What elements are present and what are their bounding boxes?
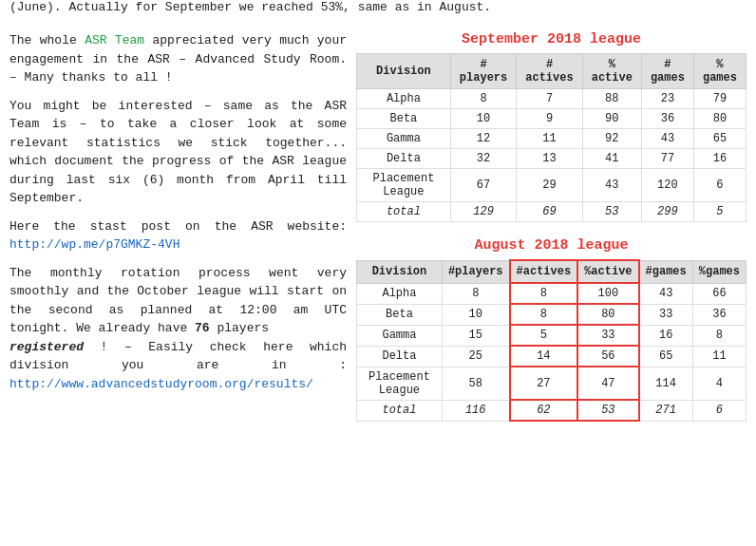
col-pct-active: % active	[582, 54, 641, 89]
table-cell: 15	[442, 325, 509, 346]
table-row: Beta108803336	[357, 304, 747, 325]
aug-col-games: #games	[639, 260, 693, 283]
col-division: Division	[357, 54, 451, 89]
table-cell: 8	[510, 304, 578, 325]
table-cell: 77	[641, 149, 693, 169]
table-cell: 12	[450, 129, 516, 149]
table-row: Placement League6729431206	[357, 169, 747, 202]
table-cell: 43	[641, 129, 693, 149]
table-cell: 299	[641, 202, 693, 222]
table-row: Gamma15533168	[357, 325, 747, 346]
aug-col-players: #players	[442, 260, 509, 283]
table-row: Alpha87882379	[357, 89, 747, 109]
aug-table-header-row: Division #players #actives %active #game…	[357, 260, 747, 283]
left-column: The whole ASR Team appreciated very much…	[9, 28, 347, 437]
table-cell: 8	[510, 283, 578, 304]
table-cell: total	[357, 202, 451, 222]
para4-text: The monthly rotation process went very s…	[9, 266, 347, 336]
table-cell: 92	[582, 129, 641, 149]
table-cell: 6	[692, 400, 746, 421]
top-text: (June). Actually for September we reache…	[0, 0, 756, 20]
aug-col-pct-active: %active	[577, 260, 638, 283]
sep-table-header-row: Division # players # actives % active # …	[357, 54, 747, 89]
table-cell: 56	[577, 346, 638, 367]
aug-table-title: August 2018 league	[356, 237, 747, 254]
table-cell: Placement League	[357, 169, 451, 202]
table-cell: 90	[582, 109, 641, 129]
col-players: # players	[450, 54, 516, 89]
link1[interactable]: http://wp.me/p7GMKZ-4VH	[9, 237, 180, 252]
aug-col-pct-games: %games	[692, 260, 746, 283]
sep-table-title: September 2018 league	[356, 31, 747, 47]
paragraph-4: The monthly rotation process went very s…	[9, 264, 347, 394]
table-cell: 7	[517, 89, 582, 109]
table-cell: 53	[577, 400, 638, 421]
table-cell: 120	[641, 169, 693, 202]
table-cell: 100	[577, 283, 638, 304]
table-cell: Beta	[357, 109, 451, 129]
table-row: Alpha881004366	[357, 283, 747, 304]
table-cell: 62	[510, 400, 578, 421]
table-cell: 4	[692, 367, 746, 400]
table-cell: 11	[692, 346, 746, 367]
table-cell: 6	[693, 169, 746, 202]
table-cell: Gamma	[357, 325, 443, 346]
table-cell: 27	[510, 367, 578, 400]
table-cell: 271	[639, 400, 693, 421]
table-cell: 67	[450, 169, 516, 202]
table-cell: 5	[510, 325, 578, 346]
player-count: 76	[195, 321, 210, 335]
col-games: # games	[641, 54, 693, 89]
table-row: Gamma1211924365	[357, 129, 747, 149]
table-cell: 36	[692, 304, 746, 325]
table-row: Delta3213417716	[357, 149, 747, 169]
table-cell: 14	[510, 346, 578, 367]
table-row: Delta2514566511	[357, 346, 747, 367]
table-cell: 43	[639, 283, 693, 304]
table-cell: 11	[517, 129, 582, 149]
table-cell: 79	[693, 89, 746, 109]
table-cell: 43	[582, 169, 641, 202]
table-cell: 32	[450, 149, 516, 169]
results-link[interactable]: http://www.advancedstudyroom.org/results…	[9, 377, 313, 391]
asr-team-link[interactable]: ASR Team	[85, 33, 144, 47]
table-cell: 8	[450, 89, 516, 109]
table-cell: 10	[442, 304, 509, 325]
table-cell: Alpha	[357, 89, 451, 109]
table-cell: 88	[582, 89, 641, 109]
table-cell: 33	[639, 304, 693, 325]
table-cell: 25	[442, 346, 509, 367]
col-actives: # actives	[517, 54, 582, 89]
table-cell: 80	[577, 304, 638, 325]
table-cell: 129	[450, 202, 516, 222]
table-cell: Placement League	[357, 367, 443, 400]
table-cell: 36	[641, 109, 693, 129]
table-cell: 10	[450, 109, 516, 129]
right-column: September 2018 league Division # players…	[356, 28, 747, 437]
table-cell: 33	[577, 325, 638, 346]
table-cell: 65	[639, 346, 693, 367]
table-cell: 23	[641, 89, 693, 109]
table-cell: 80	[693, 109, 746, 129]
table-cell: 5	[693, 202, 746, 222]
table-cell: Delta	[357, 346, 443, 367]
table-cell: 8	[692, 325, 746, 346]
para3-prefix: Here the stast post on the ASR website:	[9, 219, 347, 234]
table-cell: 53	[582, 202, 641, 222]
table-cell: Alpha	[357, 283, 443, 304]
table-cell: 9	[517, 109, 582, 129]
sep-table: Division # players # actives % active # …	[356, 53, 747, 222]
aug-col-actives: #actives	[510, 260, 578, 283]
table-cell: 16	[639, 325, 693, 346]
table-cell: 65	[693, 129, 746, 149]
table-cell: 69	[517, 202, 582, 222]
paragraph-2: You might be interested – same as the AS…	[9, 97, 347, 208]
table-cell: 8	[442, 283, 509, 304]
aug-table: Division #players #actives %active #game…	[356, 259, 747, 422]
table-row: total12969532995	[357, 202, 747, 222]
table-cell: 29	[517, 169, 582, 202]
paragraph-1: The whole ASR Team appreciated very much…	[9, 31, 347, 87]
table-cell: total	[357, 400, 443, 421]
table-cell: Delta	[357, 149, 451, 169]
para1-text: The whole	[9, 33, 85, 47]
